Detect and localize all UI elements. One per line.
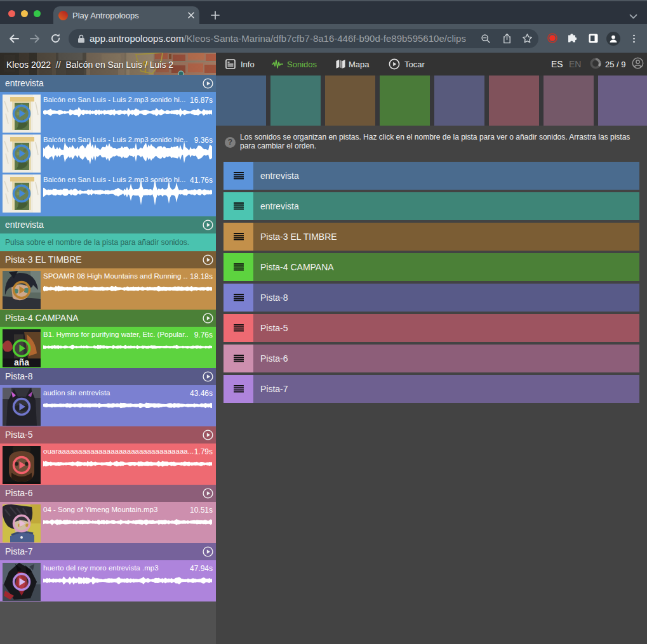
svg-text:aña: aña xyxy=(14,357,29,367)
